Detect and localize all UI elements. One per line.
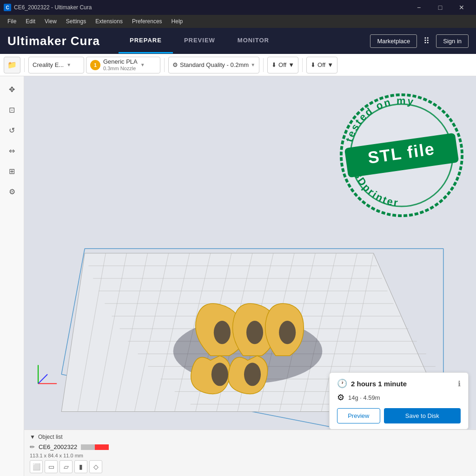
tab-monitor[interactable]: MONITOR (226, 28, 280, 53)
support-tool[interactable]: ⚙ (4, 183, 20, 200)
object-name: CE6_2002322 (39, 443, 77, 450)
color-segment-red (95, 444, 109, 450)
signin-button[interactable]: Sign in (436, 34, 469, 48)
quality-label: Standard Quality - 0.2mm (180, 61, 249, 68)
filament-dropdown[interactable]: 1 Generic PLA 0.3mm Nozzle ▼ (86, 57, 160, 73)
svg-line-22 (155, 253, 190, 412)
app-icon: C (4, 4, 11, 11)
cube-view-button[interactable]: ⬜ (30, 460, 43, 473)
object-list-label: Object list (38, 434, 63, 440)
menu-item-settings[interactable]: Settings (62, 16, 90, 26)
toolbar2: 📁 Creality E... ▼ 1 Generic PLA 0.3mm No… (0, 54, 476, 76)
maximize-button[interactable]: □ (430, 0, 451, 15)
filament-sub: 0.3mm Nozzle (103, 66, 138, 72)
chevron-down-icon: ▼ (30, 434, 35, 440)
open-file-button[interactable]: 📁 (4, 57, 20, 73)
svg-point-34 (246, 321, 263, 344)
object-list-header[interactable]: ▼ Object list (30, 434, 470, 440)
svg-line-40 (38, 374, 47, 383)
svg-point-36 (244, 363, 261, 386)
tab-preview[interactable]: PREVIEW (173, 28, 226, 53)
print-material-row: ⚙ 14g · 4.59m (337, 392, 461, 403)
app-logo: Ultimaker Cura (7, 34, 100, 48)
print-time-left: 🕐 2 hours 1 minute (337, 378, 407, 389)
iso-view-button[interactable]: ◇ (89, 460, 102, 473)
quality-chevron: ▼ (251, 62, 255, 67)
separator-3 (263, 58, 264, 72)
object-panel: ▼ Object list ✏ CE6_2002322 113.1 x 84.4… (24, 430, 476, 476)
stl-stamp: tested on my 3Dprinter STL file (337, 90, 467, 220)
svg-point-32 (173, 318, 323, 383)
object-list-item[interactable]: ✏ CE6_2002322 (30, 442, 470, 452)
settings-icon: ⚙ (172, 61, 178, 68)
title-bar: C CE6_2002322 - Ultimaker Cura − □ ✕ (0, 0, 476, 15)
svg-line-24 (196, 253, 231, 412)
nozzle-badge: 1 (90, 60, 100, 70)
printer-chevron: ▼ (66, 62, 71, 67)
support-icon: ⬇ (271, 61, 277, 68)
adhesion-chevron: ▼ (327, 61, 333, 68)
svg-point-37 (279, 321, 296, 344)
filament-chevron: ▼ (140, 62, 145, 67)
logo-first: Ultimaker (7, 34, 67, 48)
separator-4 (302, 58, 303, 72)
window-title: CE6_2002322 - Ultimaker Cura (14, 4, 92, 11)
side-view-button[interactable]: ▱ (60, 460, 73, 473)
grid-icon[interactable]: ⠿ (422, 34, 431, 48)
adhesion-icon: ⬇ (311, 61, 316, 68)
tab-prepare[interactable]: PREPARE (119, 28, 173, 53)
svg-point-33 (214, 321, 231, 344)
filament-name: Generic PLA (103, 58, 138, 66)
save-to-disk-button[interactable]: Save to Disk (384, 408, 461, 423)
separator-2 (164, 58, 165, 72)
svg-point-35 (212, 363, 228, 386)
menu-item-file[interactable]: File (4, 16, 20, 26)
object-dimensions: 113.1 x 84.4 x 11.0 mm (30, 453, 470, 458)
svg-line-26 (238, 253, 273, 412)
support-dropdown[interactable]: ⬇ Off ▼ (267, 57, 298, 73)
menu-item-preferences[interactable]: Preferences (128, 16, 166, 26)
bottom-tools: ⬜ ▭ ▱ ▮ ◇ (30, 460, 470, 473)
svg-line-18 (78, 253, 106, 412)
title-bar-left: C CE6_2002322 - Ultimaker Cura (4, 4, 92, 11)
printer-name: Creality E... (33, 61, 64, 68)
color-bar (81, 444, 109, 450)
marketplace-button[interactable]: Marketplace (370, 34, 417, 48)
print-material-text: 14g · 4.59m (348, 394, 380, 401)
menu-item-extensions[interactable]: Extensions (92, 16, 126, 26)
viewport[interactable]: tested on my 3Dprinter STL file 🕐 2 hour… (24, 76, 476, 476)
mirror-tool[interactable]: ⇔ (4, 142, 20, 159)
print-info-panel: 🕐 2 hours 1 minute ℹ ⚙ 14g · 4.59m Previ… (329, 372, 469, 430)
quality-settings-button[interactable]: ⚙ Standard Quality - 0.2mm ▼ (168, 57, 259, 73)
front-view-button[interactable]: ▮ (74, 460, 87, 473)
svg-line-28 (279, 253, 315, 412)
header-right: Marketplace ⠿ Sign in (370, 34, 469, 48)
print-time-text: 2 hours 1 minute (351, 380, 407, 388)
logo-second: Cura (71, 34, 100, 48)
info-icon[interactable]: ℹ (458, 379, 461, 388)
flat-view-button[interactable]: ▭ (45, 460, 58, 473)
sidebar: ✥ ⊡ ↺ ⇔ ⊞ ⚙ (0, 76, 24, 476)
print-actions: Preview Save to Disk (337, 408, 461, 423)
scale-tool[interactable]: ⊡ (4, 101, 20, 118)
support-chevron: ▼ (288, 61, 294, 68)
menu-item-view[interactable]: View (41, 16, 60, 26)
move-tool[interactable]: ✥ (4, 81, 20, 98)
preview-button[interactable]: Preview (337, 408, 380, 423)
svg-line-25 (217, 253, 252, 412)
menu-item-edit[interactable]: Edit (22, 16, 39, 26)
printer-dropdown[interactable]: Creality E... ▼ (28, 57, 84, 73)
print-time-row: 🕐 2 hours 1 minute ℹ (337, 378, 461, 389)
close-button[interactable]: ✕ (451, 0, 472, 15)
adhesion-dropdown[interactable]: ⬇ Off ▼ (306, 57, 337, 73)
per-model-tool[interactable]: ⊞ (4, 163, 20, 179)
edit-icon: ✏ (30, 443, 35, 450)
svg-line-19 (96, 253, 126, 412)
material-icon: ⚙ (337, 392, 344, 403)
window-controls: − □ ✕ (408, 0, 472, 15)
minimize-button[interactable]: − (408, 0, 430, 15)
rotate-tool[interactable]: ↺ (4, 122, 20, 139)
menu-item-help[interactable]: Help (168, 16, 187, 26)
main-area: ✥ ⊡ ↺ ⇔ ⊞ ⚙ (0, 76, 476, 476)
menu-bar: FileEditViewSettingsExtensionsPreference… (0, 15, 476, 28)
